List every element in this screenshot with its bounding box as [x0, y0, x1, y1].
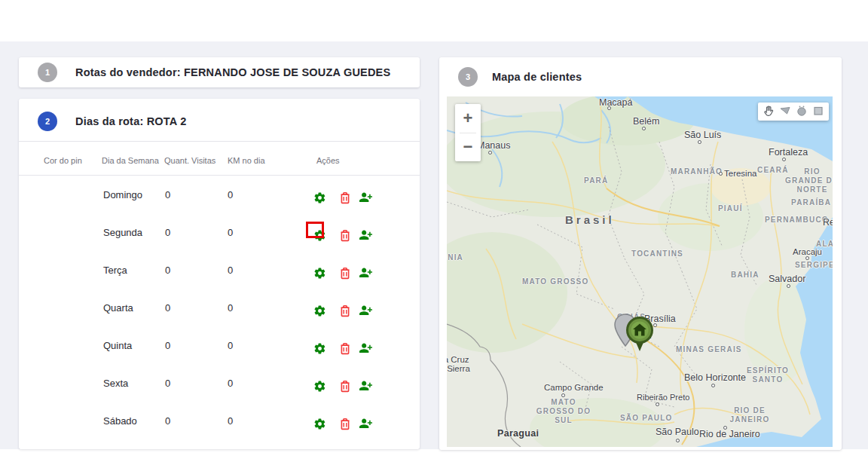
trash-icon	[339, 384, 351, 395]
zoom-in-button[interactable]: +	[455, 104, 481, 133]
city-dot	[782, 158, 786, 161]
panel-routes: 1 Rotas do vendedor: FERNANDO JOSE DE SO…	[19, 57, 420, 87]
delete-button[interactable]	[338, 191, 353, 207]
step-1-badge: 1	[38, 63, 57, 82]
pin-color-swatch	[70, 224, 87, 242]
city-dot	[805, 256, 809, 260]
settings-button[interactable]	[312, 342, 327, 357]
rectangle-icon	[812, 105, 824, 119]
col-header-actions: Ações	[316, 156, 340, 165]
person-add-icon	[359, 233, 373, 244]
person-add-icon	[359, 308, 373, 320]
city-dot	[711, 384, 715, 387]
city-dot	[642, 127, 646, 130]
table-row: Quinta 0 0	[19, 326, 420, 364]
rectangle-tool-button[interactable]	[810, 103, 827, 120]
day-label: Segunda	[103, 213, 142, 251]
col-header-pin: Cor do pin	[44, 156, 82, 165]
trash-icon	[339, 271, 351, 282]
add-client-button[interactable]	[358, 191, 373, 207]
delete-button[interactable]	[338, 304, 353, 320]
map-canvas[interactable]: Macapá Belém São Luís Manaus Fortaleza M…	[447, 96, 833, 447]
km-value: 0	[228, 213, 233, 251]
km-value: 0	[228, 176, 233, 213]
circle-icon	[796, 105, 808, 119]
pan-tool-button[interactable]	[760, 103, 777, 120]
table-row: Terça 0 0	[19, 251, 420, 289]
day-label: Quarta	[103, 289, 133, 326]
settings-button[interactable]	[312, 304, 327, 320]
visits-value: 0	[165, 251, 170, 289]
gear-icon	[313, 195, 326, 207]
km-value: 0	[228, 251, 233, 289]
city-dot	[698, 140, 701, 144]
highlight-box	[306, 222, 324, 238]
pin-color-swatch	[70, 375, 87, 393]
header-divider	[19, 141, 420, 142]
zoom-out-button[interactable]: −	[455, 133, 481, 162]
gear-icon	[313, 384, 326, 395]
gear-icon	[313, 271, 326, 282]
add-client-button[interactable]	[358, 342, 373, 357]
city-dot	[676, 439, 680, 442]
map-terrain	[447, 96, 833, 447]
add-client-button[interactable]	[358, 380, 373, 395]
km-value: 0	[228, 326, 233, 364]
gear-icon	[313, 308, 326, 320]
panel-days: 2 Dias da rota: ROTA 2 Cor do pin Dia da…	[19, 99, 420, 449]
trash-icon	[339, 346, 351, 357]
person-add-icon	[359, 421, 373, 433]
polygon-icon	[779, 105, 791, 119]
panel-days-title: Dias da rota: ROTA 2	[75, 115, 186, 127]
add-client-button[interactable]	[358, 229, 373, 244]
pin-color-swatch	[70, 262, 87, 280]
green-home-marker[interactable]	[625, 317, 654, 356]
visits-value: 0	[165, 326, 170, 364]
gear-icon	[313, 346, 326, 357]
table-row: Quarta 0 0	[19, 289, 420, 326]
city-dot	[723, 426, 727, 430]
person-add-icon	[359, 346, 373, 357]
settings-button[interactable]	[312, 267, 327, 282]
city-dot	[719, 172, 723, 176]
delete-button[interactable]	[338, 342, 353, 357]
col-header-visits: Quant. Visitas	[164, 156, 215, 165]
polygon-tool-button[interactable]	[777, 103, 793, 120]
person-add-icon	[359, 195, 373, 207]
visits-value: 0	[165, 364, 170, 402]
settings-button[interactable]	[312, 418, 327, 433]
visits-value: 0	[165, 289, 170, 326]
settings-button[interactable]	[312, 380, 327, 395]
city-dot	[607, 106, 611, 110]
km-value: 0	[228, 364, 233, 402]
col-header-km: KM no dia	[228, 156, 265, 165]
minus-icon: −	[463, 137, 473, 157]
visits-value: 0	[165, 213, 170, 251]
trash-icon	[339, 421, 351, 433]
visits-value: 0	[165, 176, 170, 213]
table-row: Sexta 0 0	[19, 364, 420, 402]
day-label: Sábado	[103, 402, 137, 439]
delete-button[interactable]	[338, 267, 353, 282]
pin-color-swatch	[70, 412, 87, 430]
add-client-button[interactable]	[358, 304, 373, 320]
city-dot	[787, 284, 790, 288]
col-header-day: Dia da Semana	[102, 156, 159, 165]
person-add-icon	[359, 384, 373, 395]
km-value: 0	[228, 289, 233, 326]
pin-color-swatch	[70, 299, 87, 317]
map-drawing-toolbar	[758, 103, 829, 121]
delete-button[interactable]	[338, 229, 353, 244]
circle-tool-button[interactable]	[793, 103, 810, 120]
add-client-button[interactable]	[358, 418, 373, 433]
step-2-badge: 2	[38, 112, 57, 131]
table-row: Segunda 0 0	[19, 213, 420, 251]
city-dot	[488, 151, 492, 155]
settings-button[interactable]	[312, 191, 327, 207]
map-zoom-control: + −	[455, 104, 481, 161]
add-client-button[interactable]	[358, 267, 373, 282]
delete-button[interactable]	[338, 380, 353, 395]
day-label: Sexta	[103, 364, 128, 402]
delete-button[interactable]	[338, 418, 353, 433]
visits-value: 0	[165, 402, 170, 439]
